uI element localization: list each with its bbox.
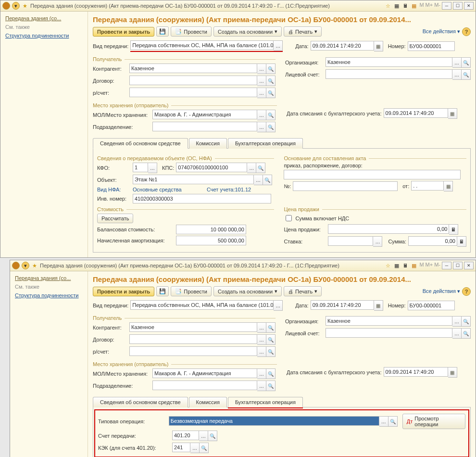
kps-open-button[interactable]: 🔍	[256, 163, 265, 173]
star-icon[interactable]: ★	[22, 2, 28, 9]
help-icon[interactable]: ?	[462, 27, 471, 36]
subdiv-select-button[interactable]: …	[257, 381, 266, 391]
sum-input[interactable]: 0,00	[408, 236, 457, 246]
rs-input[interactable]	[129, 88, 257, 97]
all-actions-link[interactable]: Все действия ▾	[423, 288, 460, 294]
memory-mminus[interactable]: M-	[434, 262, 440, 269]
nfa-value[interactable]: Основные средства	[133, 187, 205, 192]
rs-select-button[interactable]: …	[257, 346, 266, 357]
mol-input[interactable]: Макаров А. Г. - Администрация	[152, 110, 257, 119]
sch-per-input[interactable]: 401.20	[172, 431, 199, 440]
memory-mplus[interactable]: M+	[426, 262, 433, 269]
sch-per-open-button[interactable]: 🔍	[208, 431, 217, 441]
all-actions-link[interactable]: Все действия ▾	[423, 28, 460, 35]
sidebar-active-link[interactable]: Передача здания (со...	[15, 275, 84, 281]
sidebar-item-structure[interactable]: Структура подчиненности	[5, 33, 84, 38]
tab-main-info[interactable]: Сведения об основном средстве	[93, 397, 188, 407]
maximize-button[interactable]: ☐	[453, 262, 463, 269]
calendar-icon[interactable]: ▦	[411, 262, 417, 269]
post-button[interactable]: 📑Провести	[171, 26, 212, 37]
dropdown-icon[interactable]: ▾	[22, 262, 29, 269]
amort-input[interactable]: 500 000,00	[176, 236, 246, 245]
vid-select-button[interactable]: …	[274, 40, 283, 51]
vid-input[interactable]: Передача собственных ОС, НМА, НПА на бал…	[130, 40, 274, 50]
number-input[interactable]: БУ00-000001	[408, 301, 455, 310]
contr-input[interactable]: Казенное	[129, 63, 257, 73]
acct-select-button[interactable]: …	[452, 69, 462, 80]
mol-open-button[interactable]: 🔍	[266, 110, 276, 120]
org-open-button[interactable]: 🔍	[462, 57, 471, 68]
sum-calc-button[interactable]: 🖩	[457, 236, 466, 247]
save-button[interactable]: 💾	[156, 26, 169, 37]
mol-select-button[interactable]: …	[257, 110, 266, 120]
op-input[interactable]: Безвозмездная передача	[169, 416, 379, 426]
org-open-button[interactable]: 🔍	[462, 316, 471, 327]
minimize-button[interactable]: ─	[442, 262, 451, 269]
rs-open-button[interactable]: 🔍	[266, 88, 276, 98]
kfo-select-button[interactable]: …	[148, 163, 157, 173]
date-calendar-button[interactable]: ▦	[374, 300, 383, 311]
star-icon[interactable]: ★	[31, 262, 38, 269]
rate-select-button[interactable]: …	[373, 236, 382, 247]
vid-input[interactable]: Передача собственных ОС, НМА, НПА на бал…	[130, 300, 274, 310]
org-select-button[interactable]: …	[452, 316, 462, 327]
dogovor-open-button[interactable]: 🔍	[266, 76, 276, 86]
org-input[interactable]: Казенное	[326, 316, 452, 326]
kps-select-button[interactable]: …	[247, 163, 256, 173]
favorite-icon[interactable]: ☆	[385, 2, 391, 9]
minimize-button[interactable]: ─	[442, 2, 451, 10]
subdiv-input[interactable]	[152, 122, 257, 131]
tab-main-info[interactable]: Сведения об основном средстве	[93, 138, 188, 149]
close-button[interactable]: ✕	[464, 262, 474, 269]
from-input[interactable]: . .	[411, 181, 444, 190]
rs-input[interactable]	[129, 346, 257, 356]
writeoff-calendar-button[interactable]: ▦	[448, 108, 457, 119]
kfo-input[interactable]: 1	[133, 163, 148, 172]
writeoff-calendar-button[interactable]: ▦	[448, 367, 457, 378]
price-input[interactable]: 0,00	[328, 224, 449, 234]
create-on-button[interactable]: Создать на основании▾	[213, 286, 282, 296]
subdiv-select-button[interactable]: …	[257, 122, 266, 132]
acct-input[interactable]	[326, 69, 452, 79]
calc-icon[interactable]: 🖩	[402, 2, 409, 9]
no-input[interactable]	[293, 181, 398, 191]
create-on-button[interactable]: Создать на основании▾	[213, 26, 282, 37]
from-calendar-button[interactable]: ▦	[444, 181, 453, 191]
sidebar-item-structure[interactable]: Структура подчиненности	[15, 292, 84, 298]
inv-input[interactable]: 4102000300003	[133, 194, 271, 203]
org-input[interactable]: Казенное	[326, 57, 452, 67]
contr-input[interactable]: Казенное	[129, 322, 257, 332]
op-open-button[interactable]: 🔍	[388, 416, 398, 427]
number-input[interactable]: БУ00-000001	[408, 41, 455, 51]
help-icon[interactable]: ?	[462, 287, 471, 296]
print-button[interactable]: 🖨Печать▾	[284, 26, 322, 37]
mol-select-button[interactable]: …	[257, 368, 266, 379]
mol-input[interactable]: Макаров А. Г. - Администрация	[152, 368, 257, 378]
tab-commission[interactable]: Комиссия	[189, 397, 227, 407]
dogovor-input[interactable]	[129, 76, 257, 85]
org-select-button[interactable]: …	[452, 57, 462, 68]
acct-select-button[interactable]: …	[452, 328, 462, 339]
close-button[interactable]: ✕	[464, 2, 474, 10]
object-input[interactable]: Этаж №1	[133, 175, 254, 184]
contr-select-button[interactable]: …	[257, 63, 266, 74]
sch-label[interactable]: Счет учета:101.12	[207, 187, 251, 192]
tab-commission[interactable]: Комиссия	[189, 138, 227, 149]
view-op-button[interactable]: ДтПросмотр операции	[402, 414, 465, 429]
maximize-button[interactable]: ☐	[453, 2, 463, 10]
acct-input[interactable]	[326, 328, 452, 338]
object-select-button[interactable]: …	[254, 175, 263, 185]
dropdown-icon[interactable]: ▾	[12, 2, 20, 10]
grid-icon[interactable]: ▦	[393, 262, 400, 269]
rs-open-button[interactable]: 🔍	[266, 346, 276, 357]
vid-select-button[interactable]: …	[274, 300, 283, 311]
dogovor-select-button[interactable]: …	[257, 76, 266, 86]
print-button[interactable]: 🖨Печать▾	[284, 286, 322, 296]
memory-m[interactable]: M	[419, 262, 424, 269]
tab-accounting[interactable]: Бухгалтерская операция	[228, 138, 303, 149]
op-select-button[interactable]: …	[379, 416, 388, 427]
acct-open-button[interactable]: 🔍	[462, 69, 471, 80]
kek-open-button[interactable]: 🔍	[200, 443, 209, 453]
price-calc-button[interactable]: 🖩	[449, 224, 458, 235]
save-button[interactable]: 💾	[156, 286, 169, 296]
